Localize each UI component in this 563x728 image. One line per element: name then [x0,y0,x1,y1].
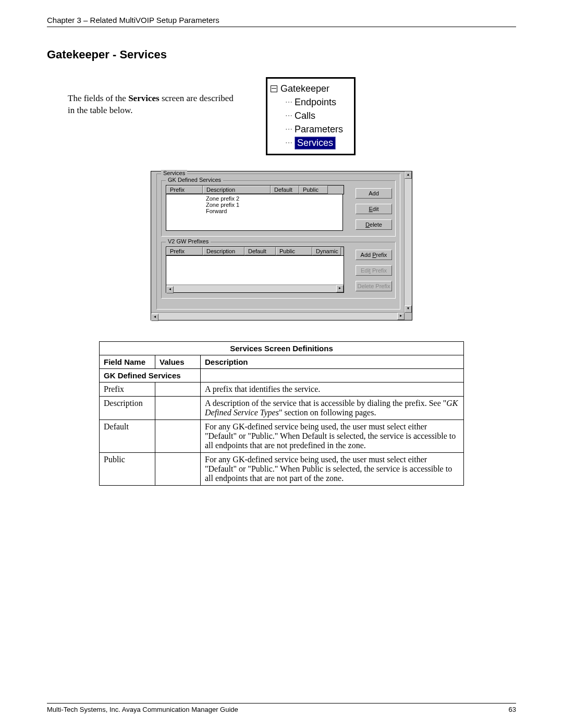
scroll-down-icon[interactable]: ▾ [405,305,412,313]
tree-connector-icon: ⋯ [285,125,292,133]
gk-defined-services-group: GK Defined Services PrefixDescriptionDef… [161,180,396,237]
list-horizontal-scrollbar[interactable]: ◂ ▸ [166,285,344,292]
table-title: Services Screen Definitions [100,342,464,355]
column-header[interactable]: Prefix [166,186,203,194]
tree-item-label: Calls [295,110,315,121]
table-row: DescriptionA description of the service … [100,397,464,420]
column-header[interactable]: Public [276,247,312,255]
list-item[interactable]: Forward [169,208,339,214]
column-header[interactable]: Dynamic [312,247,341,255]
column-header[interactable]: Prefix [166,247,203,255]
list-item[interactable]: Zone prefix 2 [169,195,339,202]
edit-prefix-button: Edit Prefix [356,265,392,276]
tree-item-services[interactable]: ⋯Services [271,136,349,150]
col-field-name: Field Name [100,355,155,369]
scroll-left-icon[interactable]: ◂ [151,314,158,321]
table-section-header-blank [201,369,464,382]
gk-list-header[interactable]: PrefixDescriptionDefaultPublic [166,185,344,194]
delete-button[interactable]: Delete [356,219,392,230]
tree-item-label: Endpoints [295,97,336,108]
column-header[interactable]: Default [271,186,299,194]
gk-group-legend: GK Defined Services [166,177,223,183]
column-header[interactable]: Description [203,247,244,255]
add-prefix-button[interactable]: Add Prefix [356,250,392,260]
footer-left: Multi-Tech Systems, Inc. Avaya Communica… [47,706,238,713]
tree-root-label: Gatekeeper [280,83,329,94]
tree-item-endpoints[interactable]: ⋯Endpoints [271,95,349,109]
tree-connector-icon: ⋯ [285,98,292,106]
tree-connector-icon: ⋯ [285,112,292,120]
v2-list-body[interactable]: ◂ ▸ [166,256,344,293]
column-header[interactable]: Description [203,186,271,194]
v2-list-header[interactable]: PrefixDescriptionDefaultPublicDynamic [166,246,344,256]
intro-text: The fields of the Services screen are de… [68,77,235,117]
column-header[interactable]: Default [244,247,276,255]
intro-pre: The fields of the [68,93,128,103]
intro-bold: Services [128,93,159,103]
scroll-up-icon[interactable]: ▴ [405,171,412,179]
tree-view[interactable]: Gatekeeper ⋯Endpoints ⋯Calls ⋯Parameters… [266,77,356,155]
col-values: Values [155,355,201,369]
scroll-left-icon[interactable]: ◂ [166,286,174,293]
scroll-right-icon[interactable]: ▸ [397,313,405,320]
collapse-icon[interactable] [271,85,277,92]
column-header[interactable]: Public [299,186,328,194]
add-button[interactable]: Add [356,188,392,199]
table-section-header: GK Defined Services [100,369,201,382]
delete-prefix-button: Delete Prefix [356,281,392,291]
running-head: Chapter 3 – Related MultiVOIP Setup Para… [47,16,516,27]
tree-item-label: Services [295,137,336,150]
scroll-right-icon[interactable]: ▸ [336,285,344,292]
tree-connector-icon: ⋯ [285,139,292,147]
page-title: Gatekeeper - Services [47,48,516,61]
edit-button[interactable]: Edit [356,204,392,214]
tree-item-parameters[interactable]: ⋯Parameters [271,122,349,136]
table-row: DefaultFor any GK-defined service being … [100,420,464,453]
col-description: Description [201,355,464,369]
tree-item-label: Parameters [295,124,343,135]
footer-page-number: 63 [509,706,516,713]
vertical-scrollbar[interactable]: ▴ ▾ [404,171,412,313]
tree-item-calls[interactable]: ⋯Calls [271,109,349,122]
table-row: PublicFor any GK-defined service being u… [100,453,464,486]
table-row: PrefixA prefix that identifies the servi… [100,382,464,397]
services-group: Services GK Defined Services PrefixDescr… [156,174,400,310]
definitions-table: Services Screen Definitions Field Name V… [99,341,464,486]
gk-list-body[interactable]: Zone prefix 2Zone prefix 1Forward [166,194,343,231]
tree-root[interactable]: Gatekeeper [271,82,349,95]
list-item[interactable]: Zone prefix 1 [169,202,339,208]
horizontal-scrollbar[interactable]: ◂ ▸ [151,312,405,320]
v2-gw-prefixes-group: V2 GW Prefixes PrefixDescriptionDefaultP… [161,242,396,299]
v2-group-legend: V2 GW Prefixes [166,238,211,244]
services-group-legend: Services [161,170,187,176]
services-dialog: ▴ ▾ ◂ ▸ Services GK Defined Services Pre… [151,171,412,320]
